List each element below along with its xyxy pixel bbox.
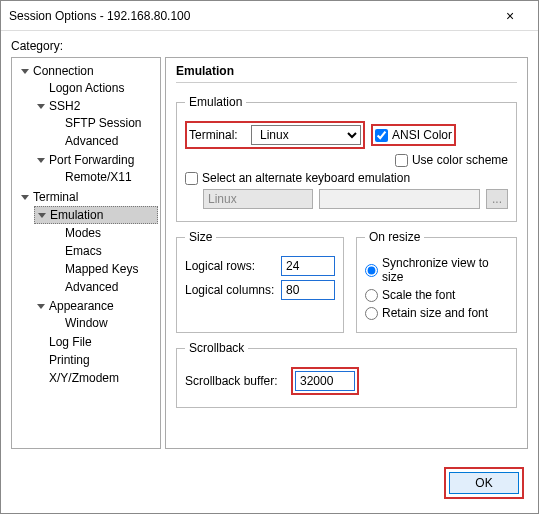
resize-legend: On resize <box>365 230 424 244</box>
dialog-footer: OK <box>1 457 538 513</box>
chevron-down-icon[interactable] <box>20 66 30 76</box>
cols-input[interactable] <box>281 280 335 300</box>
rows-input[interactable] <box>281 256 335 276</box>
tree-logon[interactable]: Logon Actions <box>49 81 124 95</box>
ansi-color-label: ANSI Color <box>392 128 452 142</box>
category-label: Category: <box>11 39 528 53</box>
terminal-label: Terminal: <box>189 128 245 142</box>
emulation-group: Emulation Terminal: Linux ANSI Color Use… <box>176 95 517 222</box>
rows-label: Logical rows: <box>185 259 275 273</box>
alt-keyboard-checkbox[interactable] <box>185 172 198 185</box>
tree-emacs[interactable]: Emacs <box>65 244 102 258</box>
chevron-down-icon[interactable] <box>20 192 30 202</box>
resize-sync-label: Synchronize view to size <box>382 256 508 284</box>
tree-mapped[interactable]: Mapped Keys <box>65 262 138 276</box>
titlebar: Session Options - 192.168.80.100 × <box>1 1 538 31</box>
category-tree[interactable]: Connection Logon Actions SSH2 SFTP Sessi… <box>11 57 161 449</box>
settings-panel: Emulation Emulation Terminal: Linux ANSI… <box>165 57 528 449</box>
panel-heading: Emulation <box>176 64 517 83</box>
chevron-down-icon[interactable] <box>36 155 46 165</box>
tree-sftp[interactable]: SFTP Session <box>65 116 141 130</box>
resize-retain-label: Retain size and font <box>382 306 488 320</box>
tree-window[interactable]: Window <box>65 316 108 330</box>
tree-printing[interactable]: Printing <box>49 353 90 367</box>
resize-retain-radio[interactable] <box>365 307 378 320</box>
scrollback-label: Scrollback buffer: <box>185 374 285 388</box>
resize-scale-label: Scale the font <box>382 288 455 302</box>
window-title: Session Options - 192.168.80.100 <box>9 9 490 23</box>
emulation-legend: Emulation <box>185 95 246 109</box>
tree-ssh2-adv[interactable]: Advanced <box>65 134 118 148</box>
alt-keyboard-path <box>319 189 480 209</box>
chevron-down-icon[interactable] <box>37 210 47 220</box>
tree-emulation[interactable]: Emulation <box>50 208 103 222</box>
ok-button[interactable]: OK <box>449 472 519 494</box>
tree-remote[interactable]: Remote/X11 <box>65 170 132 184</box>
alt-keyboard-select: Linux <box>203 189 313 209</box>
tree-terminal[interactable]: Terminal <box>33 190 78 204</box>
terminal-select[interactable]: Linux <box>251 125 361 145</box>
tree-term-adv[interactable]: Advanced <box>65 280 118 294</box>
tree-appearance[interactable]: Appearance <box>49 299 114 313</box>
chevron-down-icon[interactable] <box>36 301 46 311</box>
scrollback-input[interactable] <box>295 371 355 391</box>
resize-sync-radio[interactable] <box>365 264 378 277</box>
scrollback-legend: Scrollback <box>185 341 248 355</box>
cols-label: Logical columns: <box>185 283 275 297</box>
tree-logfile[interactable]: Log File <box>49 335 92 349</box>
scrollback-group: Scrollback Scrollback buffer: <box>176 341 517 408</box>
close-icon[interactable]: × <box>490 8 530 24</box>
color-scheme-label: Use color scheme <box>412 153 508 167</box>
resize-group: On resize Synchronize view to size Scale… <box>356 230 517 333</box>
size-legend: Size <box>185 230 216 244</box>
size-group: Size Logical rows: Logical columns: <box>176 230 344 333</box>
browse-button: ... <box>486 189 508 209</box>
resize-scale-radio[interactable] <box>365 289 378 302</box>
alt-keyboard-label: Select an alternate keyboard emulation <box>202 171 410 185</box>
tree-modes[interactable]: Modes <box>65 226 101 240</box>
tree-portfwd[interactable]: Port Forwarding <box>49 153 134 167</box>
tree-connection[interactable]: Connection <box>33 64 94 78</box>
ansi-color-checkbox[interactable] <box>375 129 388 142</box>
chevron-down-icon[interactable] <box>36 101 46 111</box>
color-scheme-checkbox[interactable] <box>395 154 408 167</box>
tree-xyz[interactable]: X/Y/Zmodem <box>49 371 119 385</box>
tree-ssh2[interactable]: SSH2 <box>49 99 80 113</box>
